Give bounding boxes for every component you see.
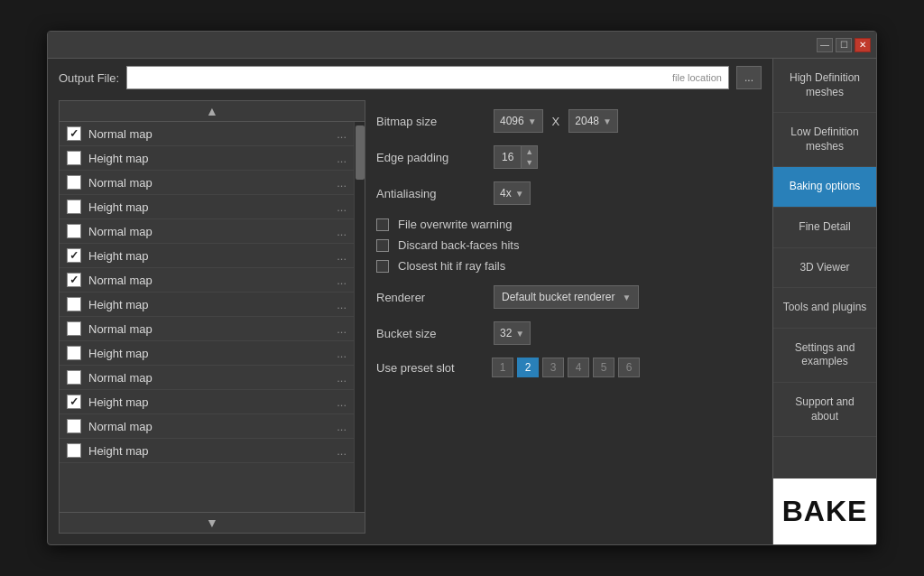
sidebar-item-fine-detail[interactable]: Fine Detail bbox=[773, 208, 876, 248]
list-item: Normal map... bbox=[60, 317, 354, 341]
preset-slot-button-5[interactable]: 5 bbox=[593, 358, 614, 377]
scroll-top-area: ▲ bbox=[60, 101, 365, 122]
preset-slot-button-6[interactable]: 6 bbox=[618, 358, 640, 377]
edge-padding-arrows[interactable]: ▲ ▼ bbox=[521, 146, 537, 168]
scroll-thumb[interactable] bbox=[356, 125, 365, 180]
item-checkbox[interactable] bbox=[67, 346, 81, 360]
item-checkbox[interactable] bbox=[67, 297, 81, 311]
scroll-up-arrow[interactable]: ▲ bbox=[206, 105, 218, 117]
item-checkbox[interactable] bbox=[67, 419, 81, 433]
list-panel: ▲ Normal map...Height map...Normal map..… bbox=[59, 100, 365, 534]
item-menu-dots[interactable]: ... bbox=[337, 395, 346, 409]
preset-slot-label: Use preset slot bbox=[376, 361, 485, 375]
item-label: Normal map bbox=[88, 420, 329, 433]
preset-slot-button-3[interactable]: 3 bbox=[542, 358, 564, 377]
item-menu-dots[interactable]: ... bbox=[337, 444, 346, 458]
bitmap-height-arrow: ▼ bbox=[603, 116, 612, 126]
item-menu-dots[interactable]: ... bbox=[337, 152, 346, 165]
browse-button[interactable]: ... bbox=[736, 66, 762, 89]
item-menu-dots[interactable]: ... bbox=[337, 298, 346, 311]
item-checkbox[interactable] bbox=[67, 321, 81, 336]
output-file-input[interactable] bbox=[126, 66, 729, 89]
item-checkbox[interactable] bbox=[67, 395, 81, 409]
bitmap-height-value: 2048 bbox=[575, 115, 599, 127]
item-checkbox[interactable] bbox=[67, 126, 81, 141]
item-label: Normal map bbox=[88, 371, 329, 385]
item-checkbox[interactable] bbox=[67, 151, 81, 165]
closest-hit-checkbox[interactable] bbox=[376, 260, 389, 273]
window-body: Output File: file location ... ▲ Normal … bbox=[48, 59, 876, 544]
item-menu-dots[interactable]: ... bbox=[337, 322, 346, 336]
discard-backfaces-row: Discard back-faces hits bbox=[376, 238, 762, 252]
item-menu-dots[interactable]: ... bbox=[337, 200, 346, 214]
item-menu-dots[interactable]: ... bbox=[337, 127, 346, 141]
item-checkbox[interactable] bbox=[67, 248, 81, 263]
maximize-button[interactable]: ☐ bbox=[836, 38, 852, 52]
item-menu-dots[interactable]: ... bbox=[337, 249, 346, 263]
list-items: Normal map...Height map...Normal map...H… bbox=[60, 122, 354, 512]
item-checkbox[interactable] bbox=[67, 443, 81, 458]
item-menu-dots[interactable]: ... bbox=[337, 225, 346, 238]
item-label: Height map bbox=[88, 444, 329, 458]
bitmap-height-select[interactable]: 2048 ▼ bbox=[568, 109, 618, 133]
sidebar-item-high-definition-meshes[interactable]: High Definition meshes bbox=[773, 59, 876, 113]
preset-slot-button-1[interactable]: 1 bbox=[492, 358, 513, 377]
item-menu-dots[interactable]: ... bbox=[337, 347, 346, 360]
sidebar-item-low-definition-meshes[interactable]: Low Definition meshes bbox=[773, 113, 876, 167]
closest-hit-row: Closest hit if ray fails bbox=[376, 259, 762, 273]
minimize-button[interactable]: — bbox=[817, 38, 833, 52]
bake-button[interactable]: BAKE bbox=[773, 478, 876, 544]
item-label: Height map bbox=[88, 347, 329, 360]
edge-padding-value: 16 bbox=[494, 149, 521, 165]
item-label: Height map bbox=[88, 152, 329, 165]
sidebar-item-tools-and-plugins[interactable]: Tools and plugins bbox=[773, 288, 876, 329]
scroll-bottom-area: ▼ bbox=[60, 512, 365, 533]
bitmap-width-select[interactable]: 4096 ▼ bbox=[494, 109, 543, 133]
item-menu-dots[interactable]: ... bbox=[337, 420, 346, 433]
sidebar-item-support-and-about[interactable]: Support and about bbox=[773, 383, 876, 437]
antialiasing-select[interactable]: 4x ▼ bbox=[494, 181, 531, 205]
edge-padding-down[interactable]: ▼ bbox=[522, 157, 537, 168]
edge-padding-up[interactable]: ▲ bbox=[522, 146, 537, 157]
bitmap-size-row: Bitmap size 4096 ▼ X 2048 ▼ bbox=[376, 109, 762, 133]
item-label: Height map bbox=[88, 298, 329, 311]
item-menu-dots[interactable]: ... bbox=[337, 371, 346, 385]
antialiasing-arrow: ▼ bbox=[515, 189, 524, 199]
closest-hit-label: Closest hit if ray fails bbox=[398, 259, 505, 273]
scroll-track[interactable] bbox=[354, 122, 365, 512]
renderer-select[interactable]: Default bucket renderer ▼ bbox=[494, 285, 639, 309]
sidebar-item-settings-and-examples[interactable]: Settings and examples bbox=[773, 329, 876, 383]
sidebar: High Definition meshesLow Definition mes… bbox=[772, 59, 876, 544]
title-bar: — ☐ ✕ bbox=[48, 32, 876, 59]
sidebar-item-3d-viewer[interactable]: 3D Viewer bbox=[773, 248, 876, 289]
antialiasing-value: 4x bbox=[500, 187, 512, 200]
item-menu-dots[interactable]: ... bbox=[337, 176, 346, 190]
edge-padding-row: Edge padding 16 ▲ ▼ bbox=[376, 145, 762, 169]
discard-backfaces-checkbox[interactable] bbox=[376, 239, 389, 252]
item-label: Normal map bbox=[88, 127, 329, 141]
preset-slot-button-2[interactable]: 2 bbox=[517, 358, 539, 377]
item-label: Normal map bbox=[88, 322, 329, 336]
list-item: Height map... bbox=[60, 195, 354, 219]
item-checkbox[interactable] bbox=[67, 175, 81, 190]
edge-padding-spinner[interactable]: 16 ▲ ▼ bbox=[494, 145, 538, 169]
item-checkbox[interactable] bbox=[67, 224, 81, 238]
item-label: Height map bbox=[88, 249, 329, 263]
list-with-scroll: Normal map...Height map...Normal map...H… bbox=[60, 122, 365, 512]
scroll-down-arrow[interactable]: ▼ bbox=[206, 516, 218, 529]
sidebar-item-baking-options[interactable]: Baking options bbox=[773, 167, 876, 208]
item-checkbox[interactable] bbox=[67, 200, 81, 214]
item-menu-dots[interactable]: ... bbox=[337, 274, 346, 287]
item-label: Normal map bbox=[88, 274, 329, 287]
list-item: Height map... bbox=[60, 439, 354, 463]
preset-buttons: 123456 bbox=[492, 358, 640, 377]
bucket-size-label: Bucket size bbox=[376, 327, 485, 340]
close-button[interactable]: ✕ bbox=[855, 38, 871, 52]
file-overwrite-checkbox[interactable] bbox=[376, 218, 389, 231]
bucket-size-select[interactable]: 32 ▼ bbox=[494, 321, 531, 345]
item-checkbox[interactable] bbox=[67, 370, 81, 385]
list-item: Normal map... bbox=[60, 219, 354, 244]
list-item: Height map... bbox=[60, 341, 354, 366]
item-checkbox[interactable] bbox=[67, 273, 81, 287]
preset-slot-button-4[interactable]: 4 bbox=[568, 358, 589, 377]
